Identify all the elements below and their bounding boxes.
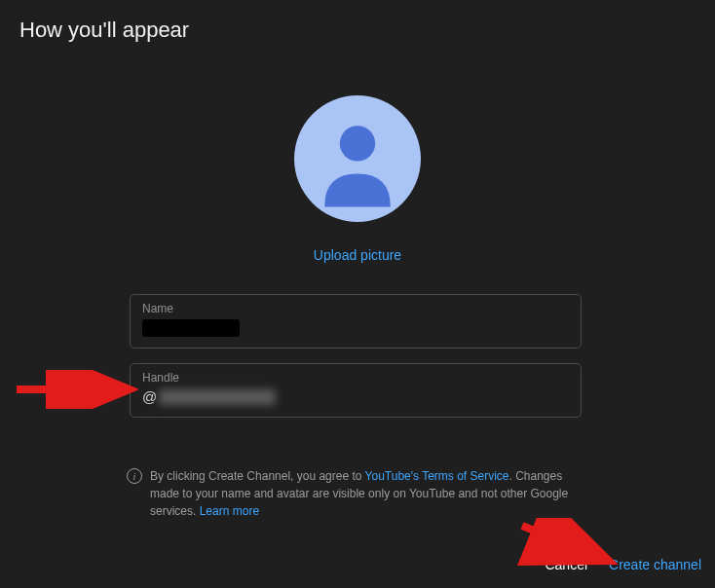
svg-line-3 xyxy=(522,526,604,559)
name-field[interactable]: Name xyxy=(130,294,582,349)
handle-value-redacted xyxy=(159,389,276,405)
terms-info: i By clicking Create Channel, you agree … xyxy=(127,467,584,520)
terms-pre: By clicking Create Channel, you agree to xyxy=(150,469,365,483)
create-channel-button[interactable]: Create channel xyxy=(609,557,701,572)
handle-field[interactable]: Handle @ xyxy=(130,363,582,418)
name-label: Name xyxy=(142,302,569,315)
learn-more-link[interactable]: Learn more xyxy=(200,504,259,518)
handle-label: Handle xyxy=(142,371,569,385)
name-value-redacted xyxy=(142,319,240,337)
dialog-title: How you'll appear xyxy=(19,18,189,43)
svg-point-1 xyxy=(340,126,375,161)
annotation-arrow-handle xyxy=(12,370,138,409)
info-icon: i xyxy=(127,468,142,484)
handle-prefix: @ xyxy=(142,388,157,405)
cancel-button[interactable]: Cancel xyxy=(545,557,587,572)
tos-link[interactable]: YouTube's Terms of Service xyxy=(365,469,509,483)
avatar-placeholder xyxy=(294,95,421,222)
upload-picture-link[interactable]: Upload picture xyxy=(314,247,401,263)
